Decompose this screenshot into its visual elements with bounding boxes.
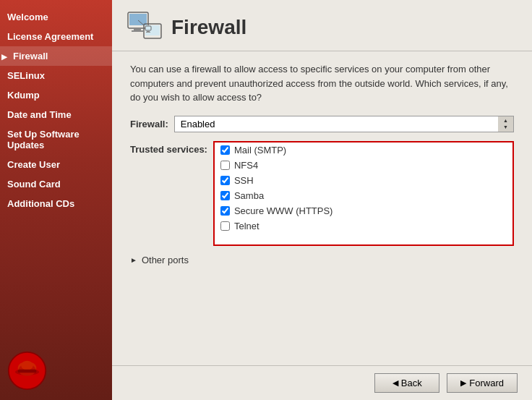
sidebar-item-label-createuser: Create User <box>7 159 60 170</box>
forward-button[interactable]: ▶ Forward <box>447 373 518 393</box>
back-arrow-icon: ◀ <box>392 378 398 388</box>
trusted-services-label: Trusted services: <box>130 141 207 155</box>
forward-arrow-icon: ▶ <box>460 378 466 388</box>
description-text: You can use a firewall to allow access t… <box>130 62 514 105</box>
svg-point-5 <box>21 361 33 370</box>
service-label-ssh[interactable]: SSH <box>234 175 254 186</box>
service-item-ssh: SSH <box>215 173 512 188</box>
firewall-select[interactable]: EnabledDisabled <box>174 116 514 132</box>
sidebar-item-software[interactable]: Set Up Software Updates <box>0 124 112 155</box>
page-header: Firewall <box>112 0 532 51</box>
service-item-mail: Mail (SMTP) <box>215 142 512 158</box>
main-content: Firewall You can use a firewall to allow… <box>112 0 532 400</box>
sidebar-item-additionalcds[interactable]: Additional CDs <box>0 194 112 213</box>
service-item-telnet: Telnet <box>215 218 512 234</box>
back-label: Back <box>401 378 422 388</box>
svg-rect-6 <box>18 370 37 373</box>
sidebar-item-firewall[interactable]: ▶Firewall <box>0 46 112 66</box>
service-item-nfs4: NFS4 <box>215 158 512 173</box>
sidebar-item-label-firewall: Firewall <box>13 51 48 61</box>
page-title: Firewall <box>171 16 246 39</box>
service-label-securewww[interactable]: Secure WWW (HTTPS) <box>234 205 333 216</box>
sidebar-item-label-soundcard: Sound Card <box>7 179 61 190</box>
sidebar-item-label-additionalcds: Additional CDs <box>7 198 74 209</box>
service-item-securewww: Secure WWW (HTTPS) <box>215 203 512 218</box>
sidebar-item-license[interactable]: License Agreement <box>0 27 112 46</box>
footer: ◀ Back ▶ Forward <box>112 365 532 400</box>
svg-point-4 <box>19 364 36 375</box>
service-label-nfs4[interactable]: NFS4 <box>234 160 258 171</box>
service-checkbox-securewww[interactable] <box>220 206 230 216</box>
service-label-telnet[interactable]: Telnet <box>234 221 259 231</box>
sidebar-item-label-datetime: Date and Time <box>7 109 72 120</box>
sidebar: WelcomeLicense Agreement▶FirewallSELinux… <box>0 0 112 400</box>
firewall-row: Firewall: EnabledDisabled <box>130 116 514 132</box>
svg-point-1 <box>18 362 37 375</box>
sidebar-item-label-license: License Agreement <box>7 31 93 42</box>
sidebar-item-label-kdump: Kdump <box>7 90 40 101</box>
sidebar-item-createuser[interactable]: Create User <box>0 155 112 174</box>
service-checkbox-samba[interactable] <box>220 191 230 200</box>
sidebar-item-datetime[interactable]: Date and Time <box>0 105 112 124</box>
back-button[interactable]: ◀ Back <box>374 373 439 393</box>
trusted-services-row: Trusted services: Mail (SMTP)NFS4SSHSamb… <box>130 141 514 246</box>
svg-rect-16 <box>146 32 150 33</box>
other-ports-row[interactable]: ► Other ports <box>130 255 514 265</box>
content-area: You can use a firewall to allow access t… <box>112 51 532 365</box>
firewall-label: Firewall: <box>130 119 168 129</box>
other-ports-label: Other ports <box>142 255 189 265</box>
sidebar-item-welcome[interactable]: Welcome <box>0 7 112 27</box>
redhat-logo <box>7 351 47 393</box>
sidebar-item-label-welcome: Welcome <box>7 12 48 22</box>
service-item-samba: Samba <box>215 188 512 203</box>
sidebar-item-selinux[interactable]: SELinux <box>0 66 112 85</box>
sidebar-item-label-selinux: SELinux <box>7 70 45 81</box>
sidebar-item-kdump[interactable]: Kdump <box>0 85 112 105</box>
firewall-select-wrapper: EnabledDisabled <box>174 116 514 132</box>
svg-point-2 <box>20 363 33 373</box>
services-list[interactable]: Mail (SMTP)NFS4SSHSambaSecure WWW (HTTPS… <box>213 141 514 246</box>
svg-rect-10 <box>132 30 143 32</box>
sidebar-item-soundcard[interactable]: Sound Card <box>0 174 112 194</box>
firewall-icon <box>126 11 163 43</box>
service-checkbox-telnet[interactable] <box>220 221 230 231</box>
service-checkbox-nfs4[interactable] <box>220 161 230 170</box>
sidebar-item-label-software: Set Up Software Updates <box>7 129 80 150</box>
triangle-icon: ► <box>130 256 137 264</box>
service-label-samba[interactable]: Samba <box>234 190 264 201</box>
svg-point-3 <box>15 369 39 375</box>
service-checkbox-mail[interactable] <box>220 145 230 155</box>
select-arrow-icon[interactable] <box>498 116 514 132</box>
service-label-mail[interactable]: Mail (SMTP) <box>234 145 286 156</box>
forward-label: Forward <box>469 378 504 388</box>
svg-point-0 <box>9 352 46 389</box>
service-checkbox-ssh[interactable] <box>220 176 230 185</box>
